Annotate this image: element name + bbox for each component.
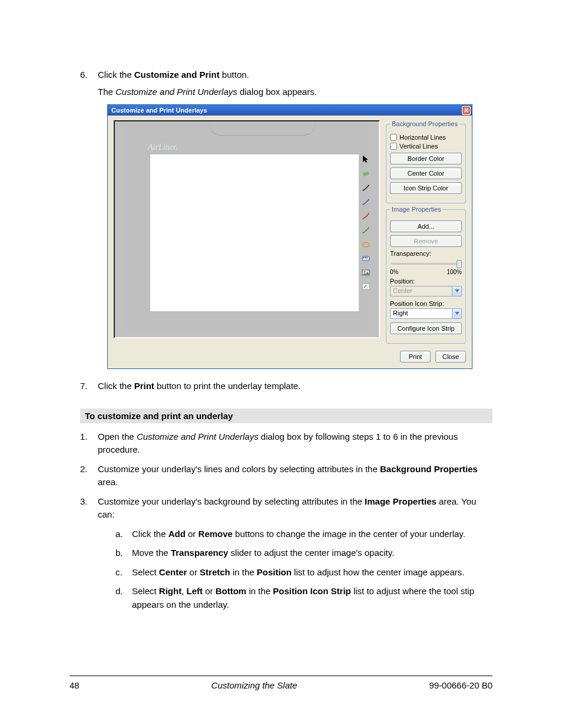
list-item: 3. Customize your underlay's background …	[80, 495, 492, 522]
border-color-button[interactable]: Border Color	[390, 153, 462, 164]
position-icon-strip-label: Position Icon Strip:	[390, 300, 462, 307]
sub-list-item: d. Select Right, Left or Bottom in the P…	[115, 585, 492, 611]
pen-blue-icon	[361, 197, 371, 206]
horizontal-lines-checkbox[interactable]: Horizontal Lines	[390, 134, 462, 141]
list-item: 1. Open the Customize and Print Underlay…	[80, 430, 492, 457]
italic-text: Customize and Print Underlays	[115, 87, 237, 97]
position-label: Position:	[390, 278, 462, 285]
top-curve	[209, 124, 315, 136]
chevron-down-icon[interactable]	[452, 286, 461, 296]
remove-button[interactable]: Remove	[390, 235, 462, 247]
image-properties-group: Image Properties Add... Remove Transpare…	[386, 206, 466, 344]
slider-labels: 0% 100%	[390, 269, 462, 275]
group-legend: Background Properties	[390, 120, 459, 127]
dialog-screenshot: Customize and Print Underlays ✕ AirLiner…	[107, 104, 472, 369]
pen-black-icon	[361, 183, 371, 192]
list-body: Click the Print button to print the unde…	[98, 380, 492, 393]
bold-text: Print	[134, 381, 154, 391]
list-body: Open the Customize and Print Underlays d…	[98, 430, 492, 457]
underlay-preview: AirLiner.	[114, 120, 380, 338]
icon-strip	[360, 154, 372, 291]
transparency-slider[interactable]	[390, 258, 462, 269]
vertical-lines-checkbox[interactable]: Vertical Lines	[390, 143, 462, 150]
svg-rect-0	[362, 171, 369, 176]
pen-red-icon	[361, 211, 371, 220]
close-icon[interactable]: ✕	[462, 106, 471, 115]
preview-column: AirLiner.	[114, 120, 380, 344]
circle-icon	[361, 239, 371, 249]
text: button to print the underlay template.	[154, 381, 301, 391]
slider-track	[391, 263, 461, 265]
group-legend: Image Properties	[390, 206, 443, 213]
sub-number: a.	[115, 528, 132, 541]
slider-min: 0%	[390, 269, 398, 275]
icon-strip-color-button[interactable]: Icon Strip Color	[390, 182, 462, 194]
stylus-icon	[361, 282, 371, 291]
list-number: 7.	[80, 380, 98, 393]
transparency-label: Transparency:	[390, 250, 462, 257]
configure-icon-strip-button[interactable]: Configure Icon Strip	[390, 322, 462, 334]
list-body: Click the Customize and Print button. Th…	[98, 68, 492, 98]
text-line: The Customize and Print Underlays dialog…	[98, 85, 492, 99]
close-button[interactable]: Close	[435, 351, 466, 363]
keyboard-icon	[361, 253, 371, 263]
eraser-icon	[361, 169, 371, 178]
sub-list-item: b. Move the Transparency slider to adjus…	[115, 546, 492, 560]
text: The	[98, 87, 115, 97]
dialog-title: Customize and Print Underlays	[111, 107, 462, 114]
dialog-footer: Print Close	[108, 348, 472, 368]
checkbox[interactable]	[390, 134, 397, 141]
svg-rect-5	[366, 257, 368, 258]
add-button[interactable]: Add...	[390, 220, 462, 232]
position-icon-strip-combo[interactable]: Right	[390, 308, 462, 319]
list-item: 6. Click the Customize and Print button.…	[80, 68, 492, 98]
picture-icon	[361, 268, 371, 277]
sub-number: d.	[115, 585, 132, 611]
document-page: 6. Click the Customize and Print button.…	[0, 0, 562, 728]
list-number: 2.	[80, 463, 98, 489]
dialog-body: AirLiner.	[108, 116, 472, 348]
svg-rect-3	[363, 257, 364, 258]
page-footer: 48 Customizing the Slate 99-00666-20 B0	[70, 680, 492, 690]
sub-list-item: a. Click the Add or Remove buttons to ch…	[115, 528, 492, 541]
position-combo[interactable]: Center	[390, 286, 462, 297]
pen-green-icon	[361, 225, 371, 235]
list-number: 1.	[80, 430, 98, 457]
text: button.	[220, 70, 249, 80]
list-number: 6.	[80, 68, 98, 98]
list-body: Customize your underlay's background by …	[98, 495, 492, 522]
footer-rule	[70, 676, 492, 676]
checkbox[interactable]	[390, 143, 397, 150]
sub-list: a. Click the Add or Remove buttons to ch…	[115, 528, 492, 612]
text: Click the	[98, 70, 134, 80]
footer-title: Customizing the Slate	[80, 680, 429, 690]
doc-id: 99-00666-20 B0	[429, 680, 492, 690]
chevron-down-icon[interactable]	[452, 309, 461, 318]
slider-max: 100%	[447, 269, 462, 275]
bold-text: Customize and Print	[134, 70, 220, 80]
center-color-button[interactable]: Center Color	[390, 167, 462, 179]
slider-thumb[interactable]	[457, 260, 462, 268]
side-panel: Background Properties Horizontal Lines V…	[386, 120, 466, 344]
print-button[interactable]: Print	[400, 351, 431, 363]
text: dialog box appears.	[237, 87, 317, 97]
sub-number: b.	[115, 546, 132, 560]
text: Click the	[98, 381, 134, 391]
list-item: 2. Customize your underlay's lines and c…	[80, 463, 492, 489]
list-number: 3.	[80, 495, 98, 522]
page-number: 48	[70, 680, 80, 690]
svg-point-1	[362, 242, 369, 247]
svg-point-7	[364, 271, 366, 273]
list-item: 7. Click the Print button to print the u…	[80, 380, 492, 393]
combo-value: Center	[391, 286, 452, 296]
svg-rect-4	[365, 257, 366, 258]
sub-number: c.	[115, 566, 132, 579]
section-heading: To customize and print an underlay	[80, 409, 492, 423]
white-area	[150, 154, 359, 311]
background-properties-group: Background Properties Horizontal Lines V…	[386, 120, 466, 203]
sub-list-item: c. Select Center or Stretch in the Posit…	[115, 566, 492, 579]
airliner-label: AirLiner.	[148, 143, 177, 152]
combo-value: Right	[391, 309, 452, 318]
cursor-icon	[361, 154, 371, 164]
titlebar: Customize and Print Underlays ✕	[108, 105, 472, 116]
